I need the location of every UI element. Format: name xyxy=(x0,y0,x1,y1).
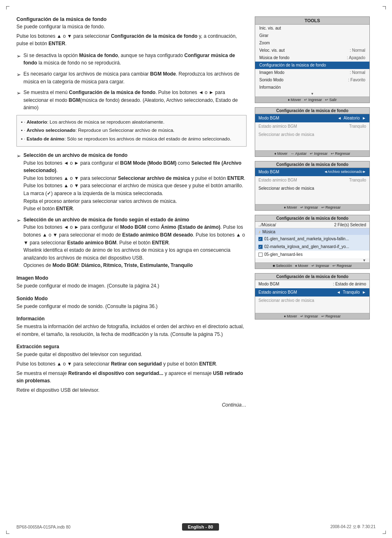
file-name-3: 05-glen_hansard-lies xyxy=(264,251,302,258)
continues-text: Continúa… xyxy=(16,402,247,408)
bgm-aleatorio-panel: Configuración de la música de fondo Modo… xyxy=(255,107,370,157)
bgm-files-footer: ■ Selección ♦ Mover ↵ Ingresar ↩ Regresa… xyxy=(255,262,369,269)
section-imagen-modo: Imagen Modo Se puede configurar el modo … xyxy=(16,275,247,290)
tools-row-musica: Música de fondo: Apagado xyxy=(255,54,369,62)
section-config-musica: Configuración de la música de fondo Se p… xyxy=(16,16,247,269)
file-item-3: 05-glen_hansard-lies xyxy=(255,251,369,258)
left-column: Configuración de la música de fondo Se p… xyxy=(16,16,247,513)
section-title-config: Configuración de la música de fondo xyxy=(16,16,247,22)
checkbox-3 xyxy=(258,253,263,257)
bgm-files-title: Configuración de la música de fondo xyxy=(255,215,369,222)
section-sonido-modo: Sonido Modo Se puede configurar el modo … xyxy=(16,296,247,310)
bgm-archivo-panel: Configuración de la música de fondo Modo… xyxy=(255,161,370,211)
tools-row-informacion: Información xyxy=(255,84,369,91)
bullet-box: · Aleatorio: Los archivos de música se r… xyxy=(16,115,247,147)
tools-row-velocvis: Veloc. vis. aut: Normal xyxy=(255,47,369,54)
arrow-symbol-3: ➢ xyxy=(16,89,21,112)
bgm-animo-footer: ♦ Mover ↵ Ingresar ↩ Regresar xyxy=(255,313,369,319)
arrow-symbol-5: ➢ xyxy=(16,216,21,269)
file-name-1: 01-glen_hansard_and_marketa_irglova-fall… xyxy=(264,236,349,242)
arrow-symbol-2: ➢ xyxy=(16,71,21,85)
folder-icon: ♪ xyxy=(258,229,261,234)
bgm-row-modo-2: Modo BGM ◄Archivo seleccionado► xyxy=(255,168,369,176)
tools-row-imagen: Imagen Modo: Normal xyxy=(255,69,369,76)
arrow-item-2: ➢ Es necesario cargar los archivos de mú… xyxy=(16,70,247,85)
tools-title: TOOLS xyxy=(255,17,369,25)
section-title-imagen: Imagen Modo xyxy=(16,275,247,281)
bgm-archivo-title: Configuración de la música de fondo xyxy=(255,161,369,168)
tools-panel: TOOLS Inic. vis. aut Girar Zoom Veloc. v… xyxy=(255,16,370,103)
section-informacion: Información Se muestra la información de… xyxy=(16,316,247,338)
bgm-row-seleccionar-2: Seleccionar archivo de música xyxy=(255,184,369,193)
bgm-row-estado-5: Estado animico BGM ◄ Tranquilo ► xyxy=(255,288,369,297)
bgm-row-seleccionar-1: Seleccionar archivo de música xyxy=(255,131,369,139)
arrow-item-3: ➢ Se muestra el menú Configuración de la… xyxy=(16,89,247,112)
music-folder: ♪ Música xyxy=(255,228,369,235)
bgm-animo-title: Configuración de la música de fondo xyxy=(255,274,369,280)
file-item-2: 02-marketa_irglova_and_glen_hansard-if_y… xyxy=(255,243,369,251)
folder-label: Música xyxy=(263,230,276,234)
tools-row-girar: Girar xyxy=(255,32,369,39)
section-body-extraccion: Se puede quitar el dispositivo del telev… xyxy=(16,351,247,394)
section-title-sonido: Sonido Modo xyxy=(16,296,247,301)
footer-file: BP68-00658A-01SPA.indb 80 xyxy=(16,525,71,529)
arrow-item-5: ➢ Selección de un archivo de música de f… xyxy=(16,216,247,269)
tools-footer: ♦ Mover ↵ Ingresar ↩ Salir xyxy=(255,97,369,103)
checkbox-1 xyxy=(258,237,263,241)
footer-badge: English - 80 xyxy=(182,523,219,531)
bgm-animo-panel: Configuración de la música de fondo Modo… xyxy=(255,273,370,320)
footer-date: 2008-04-22 오후 7:30:21 xyxy=(330,524,376,530)
page-footer: BP68-00658A-01SPA.indb 80 English - 80 2… xyxy=(0,523,392,531)
file-name-2: 02-marketa_irglova_and_glen_hansard-if_y… xyxy=(264,244,349,250)
bgm-row-modo-5: Modo BGM : Estado de ánimo xyxy=(255,280,369,288)
tools-row-config-musica: Configuración de la música de fondo xyxy=(255,62,369,69)
right-column: TOOLS Inic. vis. aut Girar Zoom Veloc. v… xyxy=(255,16,370,513)
section-body-imagen: Se puede configurar el modo de imagen. (… xyxy=(16,282,247,290)
file-item-1: 01-glen_hansard_and_marketa_irglova-fall… xyxy=(255,235,369,243)
arrow-symbol-4: ➢ xyxy=(16,152,21,213)
bgm-aleatorio-footer: ♦ Mover ↔ Ajustar ↵ Ingresar ↩ Regresar xyxy=(255,150,369,156)
arrow-item-1: ➢ Si se desactiva la opción Música de fo… xyxy=(16,52,247,67)
tools-row-inicvis: Inic. vis. aut xyxy=(255,25,369,32)
tools-row-zoom: Zoom xyxy=(255,39,369,47)
bgm-files-panel: Configuración de la música de fondo ../M… xyxy=(255,215,370,269)
checkbox-2 xyxy=(258,245,263,249)
section-body-info: Se muestra la información del archivo de… xyxy=(16,323,247,338)
section-title-extraccion: Extracción segura xyxy=(16,344,247,349)
bgm-row-estado-1: Estado animico BGM Tranquilo xyxy=(255,122,369,131)
bgm-row-modo-1: Modo BGM ◄ Aleatorio ► xyxy=(255,114,369,122)
bgm-archivo-footer: ♦ Mover ↵ Ingresar ↩ Regresar xyxy=(255,204,369,210)
section-body-config: Se puede configurar la música de fondo. … xyxy=(16,23,247,48)
bgm-row-estado-2: Estado animico BGM Tranquilo xyxy=(255,176,369,184)
arrow-item-4: ➢ Selección de un archivo de música de f… xyxy=(16,152,247,213)
tools-row-sonido: Sonido Modo: Favorito xyxy=(255,76,369,84)
bgm-aleatorio-title: Configuración de la música de fondo xyxy=(255,108,369,114)
bgm-row-seleccionar-5: Seleccionar archivo de música xyxy=(255,297,369,305)
section-body-sonido: Se puede configurar el modo de sonido. (… xyxy=(16,303,247,310)
section-title-info: Información xyxy=(16,316,247,322)
files-header: ../Música/ 2 File(s) Selected xyxy=(255,222,369,228)
section-extraccion: Extracción segura Se puede quitar el dis… xyxy=(16,344,247,394)
arrow-symbol-1: ➢ xyxy=(16,52,21,67)
